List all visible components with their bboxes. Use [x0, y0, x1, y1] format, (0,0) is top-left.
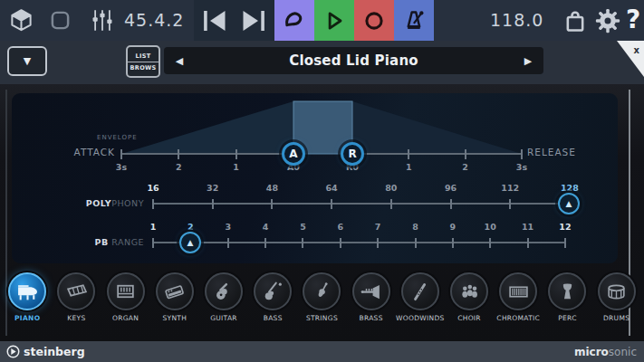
play-button[interactable] [314, 0, 354, 41]
instrument-choir[interactable]: CHOIR [446, 272, 493, 332]
steinberg-logo-icon [6, 345, 20, 358]
instrument-label: BRASS [360, 314, 383, 322]
metronome-icon [402, 8, 427, 33]
polyphony-label-strong: POLY [86, 198, 112, 208]
preset-prev-icon[interactable]: ◀ [164, 55, 195, 67]
loop-button[interactable] [274, 0, 314, 41]
instrument-drums[interactable]: DRUMS [593, 272, 640, 332]
close-icon: x [634, 45, 639, 55]
instrument-label: STRINGS [306, 314, 338, 322]
microsonic-brand: microsonic [574, 346, 637, 358]
panel-dropdown-button[interactable]: ▼ [7, 46, 47, 76]
tick-mark [227, 238, 229, 248]
preset-bar: ▼ LIST BROWS ◀ Closed Lid Piano ▶ x [0, 41, 644, 84]
tick-label: 1 [150, 222, 157, 232]
help-button[interactable]: ? [626, 5, 640, 34]
tick-mark [120, 149, 122, 159]
tick-label: 16 [147, 183, 159, 193]
preset-next-icon[interactable]: ▶ [513, 55, 543, 67]
tick-label: 48 [266, 183, 278, 193]
tick-label: 3 [225, 222, 231, 232]
tick-label: 11 [522, 222, 533, 232]
tempo-display[interactable]: 118.0 [490, 10, 543, 30]
tick-label: 12 [559, 222, 571, 232]
skip-back-icon[interactable] [200, 9, 230, 33]
loop-icon [282, 8, 307, 33]
tick-mark [408, 149, 409, 159]
attack-knob-letter: A [289, 148, 297, 160]
shop-bag-icon[interactable] [562, 7, 588, 34]
tick-mark [235, 149, 237, 159]
instrument-label: DRUMS [603, 314, 630, 322]
pb-range-ruler[interactable] [153, 242, 565, 243]
tick-mark [415, 238, 417, 248]
tick-label: 10 [485, 222, 496, 232]
polyphony-ruler[interactable] [153, 203, 570, 205]
microsonic-wordmark-strong: micro [574, 346, 609, 358]
tick-mark [271, 199, 273, 209]
attack-knob[interactable]: A [282, 142, 305, 166]
release-ruler[interactable] [352, 153, 522, 155]
instrument-bass[interactable]: BASS [249, 272, 296, 332]
skip-forward-icon[interactable] [238, 9, 268, 33]
drums-icon [598, 272, 636, 310]
pb-range-label-dim: RANGE [111, 237, 144, 247]
organ-icon [107, 272, 145, 310]
tick-mark [340, 238, 341, 248]
instrument-brass[interactable]: BRASS [348, 272, 395, 332]
microsonic-wordmark-dim: sonic [609, 346, 637, 358]
tick-mark [489, 238, 491, 248]
preset-selector: ◀ Closed Lid Piano ▶ [164, 47, 543, 74]
list-browse-button[interactable]: LIST BROWS [126, 45, 160, 78]
polyphony-handle[interactable]: ▲ [558, 193, 580, 214]
mixer-faders-icon[interactable] [90, 8, 115, 33]
tick-mark [178, 149, 179, 159]
release-knob[interactable]: R [341, 142, 364, 166]
instrument-strings[interactable]: STRINGS [298, 272, 345, 332]
settings-gear-icon[interactable] [594, 7, 621, 34]
instrument-category-row: PIANOKEYSORGANSYNTHGUITARBASSSTRINGSBRAS… [2, 272, 642, 332]
preset-name[interactable]: Closed Lid Piano [195, 52, 513, 69]
metronome-button[interactable] [394, 0, 434, 41]
instrument-keys[interactable]: KEYS [53, 272, 100, 332]
keys-icon [57, 272, 95, 310]
instrument-woodwinds[interactable]: WOODWINDS [397, 272, 444, 332]
tick-mark [152, 199, 154, 209]
tick-mark [152, 238, 154, 248]
tick-label: 4 [263, 222, 269, 232]
footer-bar: steinberg microsonic [0, 341, 644, 362]
choir-icon [450, 272, 488, 310]
pb-range-handle[interactable]: ▲ [179, 232, 201, 253]
close-button[interactable]: x [617, 41, 644, 77]
instrument-piano[interactable]: PIANO [4, 272, 51, 332]
browse-label-line2: BROWS [128, 62, 159, 71]
instrument-organ[interactable]: ORGAN [102, 272, 149, 332]
attack-ruler[interactable] [121, 153, 293, 155]
instrument-label: CHROMATIC [496, 314, 540, 322]
chromatic-icon [499, 272, 537, 310]
tick-mark [465, 149, 466, 159]
song-position-display[interactable]: 45.4.2 [124, 10, 184, 30]
tick-label: 1 [406, 162, 412, 172]
instrument-label: SYNTH [162, 314, 187, 322]
steinberg-brand: steinberg [6, 345, 85, 358]
tick-label: 6 [337, 222, 343, 232]
instrument-label: PERC [558, 314, 577, 322]
instrument-label: KEYS [67, 314, 85, 322]
instrument-guitar[interactable]: GUITAR [200, 272, 247, 332]
perc-icon [548, 272, 586, 310]
project-cube-icon[interactable] [9, 8, 34, 33]
stop-square-icon[interactable] [50, 10, 71, 31]
instrument-synth[interactable]: SYNTH [151, 272, 198, 332]
tick-mark [564, 238, 566, 248]
record-button[interactable] [354, 0, 394, 41]
pb-range-label: PB RANGE [53, 237, 144, 247]
instrument-perc[interactable]: PERC [543, 272, 591, 332]
steinberg-wordmark: steinberg [24, 345, 85, 358]
instrument-chromatic[interactable]: CHROMATIC [495, 272, 542, 332]
instrument-label: PIANO [14, 314, 40, 322]
chevron-down-icon: ▼ [24, 55, 31, 67]
tick-label: 128 [561, 183, 579, 193]
tick-label: 2 [176, 162, 182, 172]
tick-mark [302, 238, 303, 248]
